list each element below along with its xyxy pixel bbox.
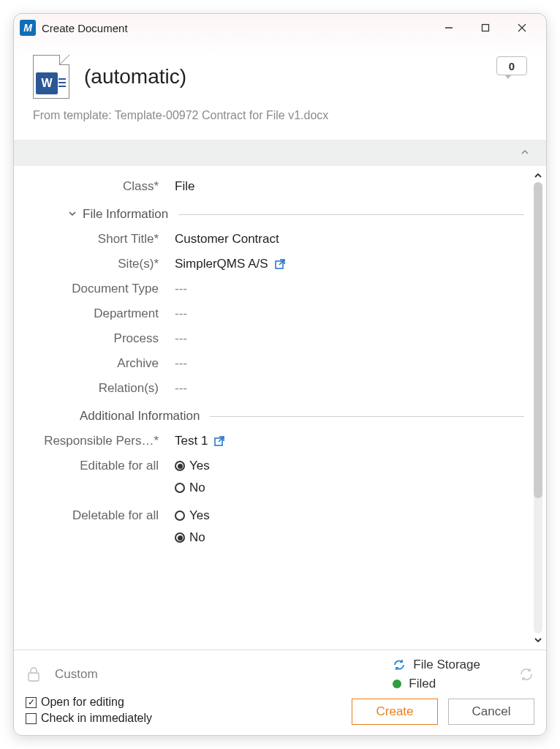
app-icon: M <box>20 20 36 36</box>
editable-yes-radio[interactable]: Yes <box>175 459 210 473</box>
footer: Custom File Storage Filed <box>14 650 546 735</box>
create-button[interactable]: Create <box>352 699 438 725</box>
close-button[interactable] <box>504 14 540 42</box>
document-type-value[interactable]: --- <box>175 282 187 296</box>
sites-label: Site(s)* <box>36 257 175 271</box>
create-document-window: M Create Document W (automatic) 0 From t… <box>13 13 547 736</box>
sites-value[interactable]: SimplerQMS A/S <box>175 257 268 271</box>
section-collapse-bar[interactable] <box>14 140 546 166</box>
svg-rect-1 <box>483 25 489 31</box>
process-label: Process <box>36 331 175 346</box>
file-information-section[interactable]: File Information <box>36 207 524 222</box>
class-value[interactable]: File <box>175 179 194 194</box>
word-document-icon: W <box>33 55 69 99</box>
status-dot-icon <box>393 680 401 688</box>
relations-value[interactable]: --- <box>175 381 187 396</box>
department-value[interactable]: --- <box>175 306 187 321</box>
archive-value[interactable]: --- <box>175 356 187 371</box>
additional-information-section: Additional Information <box>36 409 524 424</box>
scrollbar[interactable] <box>531 169 545 647</box>
document-type-label: Document Type <box>36 282 175 296</box>
refresh-icon[interactable] <box>518 666 534 682</box>
short-title-label: Short Title* <box>36 232 175 246</box>
open-for-editing-checkbox[interactable]: ✓ Open for editing <box>26 696 152 709</box>
svg-line-7 <box>219 437 224 442</box>
svg-line-5 <box>279 260 284 265</box>
filed-status: Filed <box>393 677 480 691</box>
relations-label: Relation(s) <box>36 381 175 396</box>
maximize-button[interactable] <box>467 14 504 42</box>
deletable-for-all-label: Deletable for all <box>36 508 175 523</box>
sync-icon <box>393 658 406 671</box>
archive-label: Archive <box>36 356 175 371</box>
check-in-immediately-checkbox[interactable]: Check in immediately <box>26 712 152 725</box>
department-label: Department <box>36 306 175 321</box>
deletable-yes-radio[interactable]: Yes <box>175 508 210 523</box>
scroll-down-icon[interactable] <box>531 633 545 647</box>
deletable-no-radio[interactable]: No <box>175 530 205 545</box>
external-link-icon[interactable] <box>213 435 225 447</box>
class-label: Class* <box>36 179 175 194</box>
responsible-person-value[interactable]: Test 1 <box>175 434 208 448</box>
editable-no-radio[interactable]: No <box>175 481 205 495</box>
document-title: (automatic) <box>84 65 186 89</box>
permission-label[interactable]: Custom <box>55 667 98 682</box>
chevron-up-icon <box>520 147 530 159</box>
minimize-button[interactable] <box>431 14 467 42</box>
additional-info-label: Additional Information <box>80 409 200 424</box>
external-link-icon[interactable] <box>274 258 286 270</box>
scroll-up-icon[interactable] <box>531 169 545 182</box>
file-storage-status: File Storage <box>393 658 480 672</box>
scrollbar-thumb[interactable] <box>534 182 542 498</box>
from-template-label: From template: Template-00972 Contract f… <box>14 109 546 140</box>
cancel-button[interactable]: Cancel <box>448 699 534 725</box>
short-title-value[interactable]: Customer Contract <box>175 232 279 246</box>
responsible-person-label: Responsible Pers…* <box>36 434 175 448</box>
window-title: Create Document <box>42 22 128 34</box>
file-info-label: File Information <box>83 207 168 222</box>
lock-icon <box>26 666 42 683</box>
svg-rect-8 <box>29 673 39 681</box>
comment-count-badge[interactable]: 0 <box>496 56 527 75</box>
chevron-down-icon <box>68 208 77 220</box>
process-value[interactable]: --- <box>175 331 187 346</box>
document-header: W (automatic) 0 <box>14 42 546 109</box>
titlebar: M Create Document <box>14 14 546 42</box>
form-scroll-region: Class* File File Information Short Title… <box>14 166 546 650</box>
editable-for-all-label: Editable for all <box>36 459 175 473</box>
